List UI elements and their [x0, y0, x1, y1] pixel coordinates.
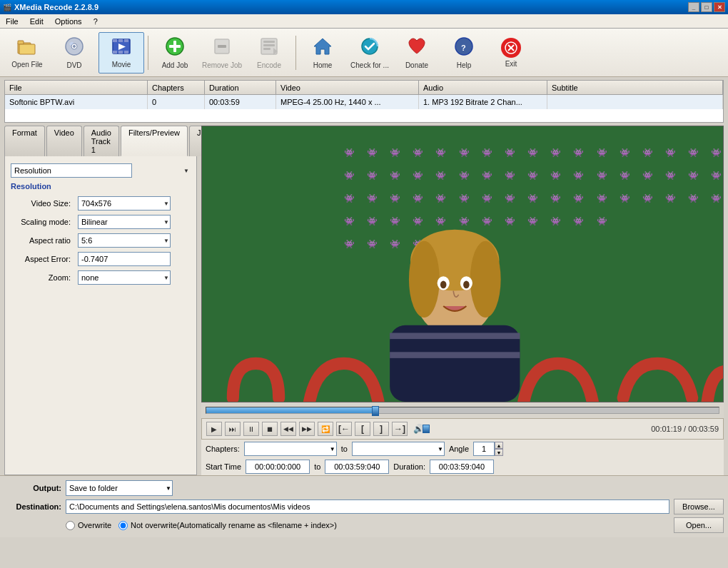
tab-filters[interactable]: Filters/Preview	[121, 126, 188, 156]
mark-out-left-button[interactable]: [	[355, 422, 370, 436]
svg-text:👾: 👾	[620, 193, 630, 203]
donate-button[interactable]: Donate	[394, 32, 440, 73]
svg-text:👾: 👾	[459, 148, 470, 158]
menu-file[interactable]: File	[3, 16, 21, 26]
help-button[interactable]: ? Help	[441, 32, 487, 73]
svg-point-105	[470, 241, 501, 318]
pause-button[interactable]: ⏸	[243, 422, 259, 436]
menu-edit[interactable]: Edit	[27, 16, 46, 26]
angle-up-button[interactable]: ▲	[495, 442, 503, 449]
zoom-label: Zoom:	[11, 273, 75, 282]
svg-rect-21	[263, 41, 275, 43]
scaling-select[interactable]: Bilinear Bicubic Nearest Lanczos	[78, 215, 171, 229]
svg-text:👾: 👾	[527, 193, 538, 203]
minimize-button[interactable]: _	[688, 2, 699, 12]
time-display: 00:01:19 / 00:03:59	[651, 425, 719, 433]
mark-in-button[interactable]: [←	[336, 422, 352, 436]
end-time-input[interactable]	[325, 460, 389, 474]
svg-text:👾: 👾	[344, 171, 355, 181]
svg-text:👾: 👾	[367, 148, 378, 158]
open-file-button[interactable]: Open File	[4, 32, 50, 73]
dvd-button[interactable]: DVD	[51, 32, 97, 73]
output-format-select-wrapper: Save to folder ▼	[66, 480, 173, 496]
next-frame-button[interactable]: ⏭	[225, 422, 241, 436]
aspect-select[interactable]: 5:6 4:3 16:9 1:1	[78, 233, 171, 248]
tab-audio[interactable]: Audio Track 1	[84, 126, 119, 156]
rewind-button[interactable]: ◀◀	[280, 422, 296, 436]
browse-button[interactable]: Browse...	[674, 499, 724, 514]
home-button[interactable]: Home	[300, 32, 345, 73]
svg-text:👾: 👾	[367, 216, 378, 226]
menu-help[interactable]: ?	[91, 16, 101, 26]
svg-text:👾: 👾	[482, 193, 492, 203]
aspect-error-input[interactable]: -0.7407	[78, 252, 171, 266]
open-button[interactable]: Open...	[674, 517, 724, 533]
svg-text:👾: 👾	[597, 193, 607, 203]
svg-rect-111	[390, 333, 520, 340]
chevron-down-icon: ▼	[183, 168, 189, 174]
chapters-from-select[interactable]	[244, 442, 337, 456]
svg-text:👾: 👾	[390, 216, 400, 226]
encode-button[interactable]: Encode	[246, 32, 292, 73]
svg-text:👾: 👾	[390, 193, 400, 203]
header-chapters: Chapters	[148, 81, 205, 94]
add-job-button[interactable]: Add Job	[152, 32, 198, 73]
video-size-select[interactable]: 704x576 320x240 640x480 720x576 1280x720…	[78, 196, 171, 211]
svg-text:👾: 👾	[367, 193, 378, 203]
movie-button[interactable]: Movie	[98, 32, 144, 73]
exit-label: Exit	[505, 60, 517, 68]
not-overwrite-option[interactable]: Not overwrite(Automatically rename as <f…	[118, 521, 337, 530]
section-resolution-label: Resolution	[11, 182, 51, 191]
file-list-row[interactable]: Softonic BPTW.avi 0 00:03:59 MPEG-4 25.0…	[5, 95, 723, 109]
svg-point-104	[409, 241, 440, 318]
cell-video: MPEG-4 25.00 Hz, 1440 x ...	[276, 95, 419, 109]
output-format-select[interactable]: Save to folder	[66, 480, 173, 496]
resolution-dropdown[interactable]: Resolution	[11, 163, 132, 178]
check-button[interactable]: Check for ...	[347, 32, 393, 73]
angle-input[interactable]	[473, 442, 495, 456]
close-button[interactable]: ✕	[714, 2, 725, 12]
svg-text:👾: 👾	[344, 216, 355, 226]
maximize-button[interactable]: □	[701, 2, 712, 12]
svg-text:👾: 👾	[573, 193, 584, 203]
destination-input[interactable]: C:\Documents and Settings\elena.santos\M…	[66, 499, 669, 514]
time-row: Start Time to Duration:	[201, 458, 724, 475]
svg-text:👾: 👾	[665, 148, 676, 158]
remove-job-label: Remove Job	[202, 61, 242, 69]
overwrite-option[interactable]: Overwrite	[66, 521, 111, 530]
remove-job-button[interactable]: Remove Job	[199, 32, 245, 73]
svg-text:👾: 👾	[413, 216, 423, 226]
zoom-select[interactable]: none 25% 50% 75% 100%	[78, 270, 171, 285]
exit-button[interactable]: Exit	[488, 32, 534, 73]
svg-rect-13	[124, 51, 128, 54]
overwrite-radio[interactable]	[66, 521, 75, 530]
playback-controls: ▶ ⏭ ⏸ ⏹ ◀◀ ▶▶ 🔁 [← [ ] →] 🔊 00:01:19 / 0…	[201, 418, 724, 440]
duration-input[interactable]	[430, 460, 494, 474]
angle-down-button[interactable]: ▼	[495, 449, 503, 456]
tab-video[interactable]: Video	[46, 126, 82, 156]
chapters-to-select[interactable]	[352, 442, 445, 456]
aspect-error-row: Aspect Error: -0.7407	[11, 252, 191, 266]
not-overwrite-radio[interactable]	[118, 521, 128, 530]
output-area: Output: Save to folder ▼ Destination: C:…	[0, 475, 728, 537]
mark-out-right-button[interactable]: ]	[373, 422, 389, 436]
svg-text:👾: 👾	[711, 193, 722, 203]
loop-button[interactable]: 🔁	[318, 422, 333, 436]
help-icon: ?	[454, 36, 474, 59]
app-icon: 🎬	[3, 4, 11, 11]
svg-text:👾: 👾	[482, 216, 492, 226]
menu-options[interactable]: Options	[52, 16, 85, 26]
movie-label: Movie	[112, 61, 131, 69]
tab-format[interactable]: Format	[4, 126, 45, 156]
progress-bar[interactable]	[206, 407, 719, 414]
start-time-input[interactable]	[246, 460, 310, 474]
stop-button[interactable]: ⏹	[262, 422, 278, 436]
chapters-to-label: to	[341, 445, 348, 453]
svg-text:👾: 👾	[550, 216, 561, 226]
svg-point-110	[463, 281, 470, 289]
angle-spinner: ▲ ▼	[473, 442, 503, 456]
mark-end-button[interactable]: →]	[392, 422, 408, 436]
svg-rect-2	[19, 44, 35, 54]
fast-forward-button[interactable]: ▶▶	[299, 422, 315, 436]
play-button[interactable]: ▶	[206, 422, 222, 436]
